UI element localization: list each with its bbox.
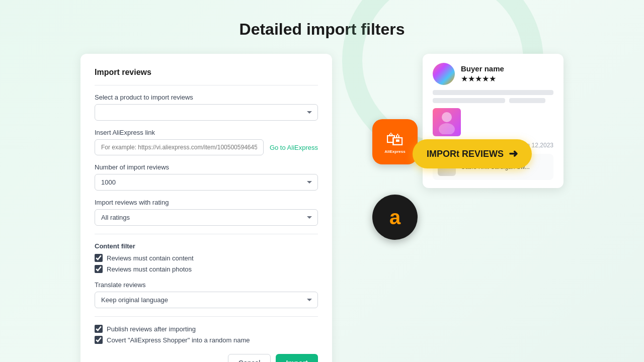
- import-panel-title: Import reviews: [95, 68, 318, 85]
- checkbox-photos[interactable]: [95, 265, 103, 273]
- aliexpress-link-row: Go to AliExpress: [95, 139, 318, 155]
- arrow-right-icon: ➜: [509, 147, 518, 160]
- review-line-2: [433, 98, 505, 103]
- select-product-section: Select a product to import reviews: [95, 94, 318, 121]
- publish-checkbox[interactable]: [95, 325, 103, 333]
- divider-1: [95, 234, 318, 234]
- review-image-content: [438, 110, 456, 134]
- checkbox-photos-label: Reviews must contain photos: [107, 265, 192, 273]
- checkbox-photos-row: Reviews must contain photos: [95, 265, 318, 273]
- review-line-2-row: [433, 98, 553, 103]
- import-panel: Import reviews Select a product to impor…: [80, 54, 332, 362]
- aliexpress-link-label: Insert AliExpress link: [95, 129, 318, 136]
- checkbox-content[interactable]: [95, 254, 103, 262]
- amazon-logo: a: [372, 195, 418, 240]
- divider-2: [95, 316, 318, 317]
- amazon-icon: a: [389, 206, 400, 229]
- cancel-button[interactable]: Cancel: [228, 354, 271, 362]
- rating-section: Import reviews with rating All ratings: [95, 199, 318, 226]
- checkbox-content-row: Reviews must contain content: [95, 254, 318, 262]
- rating-select[interactable]: All ratings: [95, 209, 318, 226]
- covert-row: Covert "AliExpress Shopper" into a rando…: [95, 336, 318, 344]
- aliexpress-link-input[interactable]: [95, 139, 264, 155]
- covert-checkbox[interactable]: [95, 336, 103, 344]
- right-side: Buyer name ★★★★★ 👍: [362, 54, 564, 345]
- publish-row: Publish reviews after importing: [95, 325, 318, 333]
- select-product-dropdown[interactable]: [95, 104, 318, 121]
- review-lines: [433, 90, 553, 103]
- number-of-reviews-select[interactable]: 1000: [95, 174, 318, 191]
- translate-label: Translate reviews: [95, 281, 318, 289]
- import-reviews-floating-button[interactable]: IMPORt REVIEWS ➜: [413, 139, 532, 168]
- content-filter-label: Content filter: [95, 242, 318, 250]
- svg-point-0: [442, 112, 452, 122]
- go-to-aliexpress-link[interactable]: Go to AliExpress: [270, 144, 318, 151]
- publish-label: Publish reviews after importing: [107, 325, 196, 333]
- review-line-1: [433, 90, 553, 95]
- aliexpress-logo-text: AliExpress: [384, 149, 405, 154]
- buyer-avatar: [433, 63, 455, 85]
- content-filter-section: Content filter Reviews must contain cont…: [95, 242, 318, 273]
- footer-buttons: Cancel Import: [95, 354, 318, 362]
- aliexpress-bag-icon: 🛍: [386, 130, 404, 148]
- select-product-label: Select a product to import reviews: [95, 94, 318, 101]
- page-title: Detailed import filters: [0, 0, 644, 39]
- star-rating: ★★★★★: [461, 74, 504, 83]
- rating-label: Import reviews with rating: [95, 199, 318, 206]
- checkbox-content-label: Reviews must contain content: [107, 254, 194, 262]
- main-layout: Import reviews Select a product to impor…: [0, 54, 644, 362]
- review-line-3: [509, 98, 545, 103]
- svg-point-1: [439, 123, 455, 134]
- buyer-name: Buyer name: [461, 64, 504, 73]
- translate-section: Translate reviews Keep original language: [95, 281, 318, 308]
- aliexpress-logo: 🛍 AliExpress: [372, 119, 418, 164]
- translate-select[interactable]: Keep original language: [95, 292, 318, 308]
- covert-label: Covert "AliExpress Shopper" into a rando…: [107, 336, 250, 344]
- import-reviews-floating-label: IMPORt REVIEWS: [427, 149, 504, 159]
- buyer-row: Buyer name ★★★★★: [433, 63, 553, 85]
- buyer-info: Buyer name ★★★★★: [461, 64, 504, 83]
- aliexpress-link-section: Insert AliExpress link Go to AliExpress: [95, 129, 318, 155]
- import-button[interactable]: Import: [276, 354, 318, 362]
- review-image: [433, 108, 461, 136]
- number-of-reviews-label: Number of import reviews: [95, 163, 318, 171]
- number-of-reviews-section: Number of import reviews 1000: [95, 163, 318, 191]
